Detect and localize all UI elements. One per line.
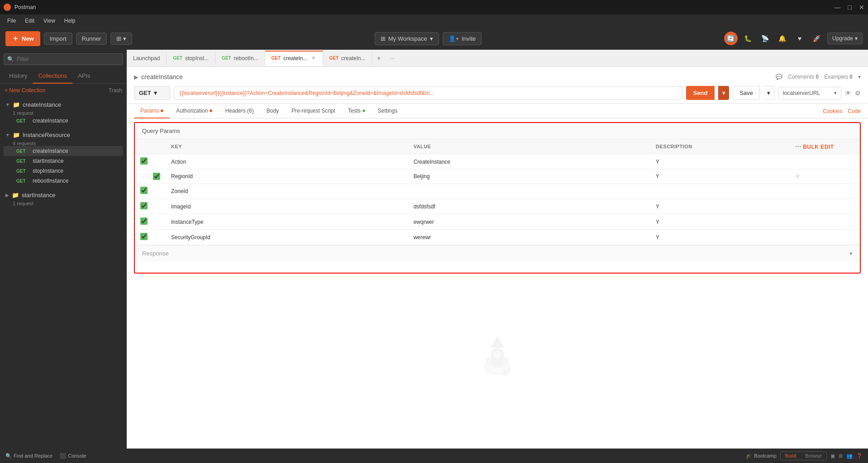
new-button[interactable]: ＋ New	[5, 31, 40, 46]
menu-view[interactable]: View	[40, 17, 59, 25]
bulk-edit-button[interactable]: Bulk Edit	[803, 144, 834, 150]
upgrade-button[interactable]: Upgrade ▾	[827, 33, 863, 44]
drag-handle-icon[interactable]: ⋮⋮	[140, 173, 151, 180]
env-select[interactable]: localserverURL ▾	[778, 87, 841, 99]
request-item-get-createinstance-1[interactable]: GET createInstance	[4, 116, 123, 126]
tab-more-button[interactable]: ···	[386, 51, 400, 65]
row-instancetype-checkbox[interactable]	[140, 217, 148, 225]
maximize-button[interactable]: □	[848, 4, 852, 11]
row-zoneid-checkbox[interactable]	[140, 187, 148, 194]
tab-createin-active[interactable]: GET createIn... ✕	[265, 51, 323, 66]
req-tab-headers[interactable]: Headers (6)	[219, 104, 260, 118]
workspace-button[interactable]: ⊞ My Workspace ▾	[375, 32, 439, 45]
close-button[interactable]: ✕	[859, 4, 864, 11]
req-tab-tests[interactable]: Tests	[342, 104, 372, 118]
row-regionid-checkbox[interactable]	[153, 173, 160, 180]
cookies-link[interactable]: Cookies	[823, 108, 842, 114]
people-icon[interactable]: 👥	[846, 453, 853, 459]
tab-createin-2[interactable]: GET createIn...	[323, 52, 372, 65]
row-securitygroupid-key-cell[interactable]: SecurityGroupId	[166, 230, 408, 245]
sync-icon[interactable]: 🔄	[724, 32, 738, 45]
env-eye-icon[interactable]: 👁	[845, 90, 851, 97]
row-securitygroupid-value-cell[interactable]: werewr	[408, 230, 650, 245]
code-link[interactable]: Code	[848, 108, 861, 114]
rocket-icon[interactable]: 🚀	[810, 32, 824, 45]
env-settings-icon[interactable]: ⚙	[855, 90, 861, 97]
tab-close-button[interactable]: ✕	[310, 55, 316, 61]
url-input[interactable]	[174, 86, 682, 100]
tab-stopinst[interactable]: GET stopInst...	[167, 52, 215, 65]
row-securitygroupid-desc-cell[interactable]: Y	[650, 230, 790, 245]
browse-tab[interactable]: Browse	[801, 452, 826, 460]
layout-icon-1[interactable]: ▣	[830, 453, 835, 459]
bell-icon[interactable]: 🔔	[776, 32, 789, 45]
req-tab-params[interactable]: Params	[134, 104, 170, 118]
row-instancetype-desc-cell[interactable]: Y	[650, 214, 790, 230]
collection-instanceresource-header[interactable]: ▼ 📁 InstanceResource	[4, 129, 123, 141]
method-select[interactable]: GET ▾	[134, 86, 170, 100]
bug-icon[interactable]: 🐛	[741, 32, 755, 45]
build-tab[interactable]: Build	[781, 452, 801, 460]
heart-icon[interactable]: ♥	[793, 32, 806, 45]
tab-add-button[interactable]: +	[372, 51, 385, 66]
layout-icon-2[interactable]: ⊞	[839, 453, 843, 459]
trash-button[interactable]: Trash	[109, 87, 122, 94]
console-item[interactable]: ⬛ Console	[60, 453, 86, 459]
help-icon[interactable]: ❓	[856, 453, 863, 459]
tab-rebootin[interactable]: GET rebootIn...	[215, 52, 265, 65]
save-button[interactable]: Save	[733, 86, 760, 100]
postman-logo	[4, 4, 11, 11]
flow-icon: ⊞	[116, 35, 121, 42]
row-zoneid-desc-cell[interactable]	[650, 184, 790, 199]
req-tab-prerequest[interactable]: Pre-request Script	[285, 104, 342, 118]
response-chevron-icon[interactable]: ▾	[849, 250, 853, 257]
req-tab-body[interactable]: Body	[260, 104, 285, 118]
send-dropdown-button[interactable]: ▾	[718, 86, 729, 100]
row-action-value-cell[interactable]: CreateInstance	[408, 154, 650, 170]
row-action-desc-cell[interactable]: Y	[650, 154, 790, 170]
row-securitygroupid-checkbox[interactable]	[140, 233, 148, 240]
row-instancetype-value-cell[interactable]: ewqrwer	[408, 214, 650, 230]
satellite-icon[interactable]: 📡	[758, 32, 772, 45]
menu-edit[interactable]: Edit	[21, 17, 38, 25]
menu-file[interactable]: File	[4, 17, 19, 25]
find-replace-item[interactable]: 🔍 Find and Replace	[5, 453, 52, 459]
import-button[interactable]: Import	[44, 33, 72, 45]
menu-help[interactable]: Help	[61, 17, 79, 25]
more-options-icon[interactable]: ···	[795, 143, 801, 150]
request-item-get-createinstance-2[interactable]: GET createInstance	[4, 146, 123, 156]
row-regionid-desc-cell[interactable]: Y	[650, 170, 790, 184]
sidebar-tab-apis[interactable]: APIs	[72, 69, 95, 84]
minimize-button[interactable]: —	[835, 4, 841, 11]
row-instancetype-key-cell[interactable]: InstanceType	[166, 214, 408, 230]
search-input[interactable]	[4, 53, 123, 65]
send-button[interactable]: Send	[686, 86, 715, 100]
tab-launchpad[interactable]: Launchpad	[127, 52, 167, 65]
row-zoneid-value-cell[interactable]	[408, 184, 650, 199]
request-item-get-stopinstance[interactable]: GET stopInstance	[4, 166, 123, 176]
sidebar-tab-history[interactable]: History	[4, 69, 33, 84]
invite-button[interactable]: 👤+ Invite	[443, 32, 482, 45]
row-regionid-key-cell[interactable]: RegionId	[166, 170, 408, 184]
row-imageid-value-cell[interactable]: dsfdsfsdf	[408, 199, 650, 214]
row-action-key-cell[interactable]: Action	[166, 154, 408, 170]
sidebar-tab-collections[interactable]: Collections	[33, 69, 72, 84]
row-action-checkbox[interactable]	[140, 157, 148, 165]
request-item-get-rebootinstance[interactable]: GET rebootInstance	[4, 176, 123, 186]
row-imageid-key-cell[interactable]: ImageId	[166, 199, 408, 214]
runner-button[interactable]: Runner	[76, 33, 107, 45]
row-imageid-desc-cell[interactable]: Y	[650, 199, 790, 214]
save-dropdown-button[interactable]: ▾	[763, 86, 774, 100]
req-tab-settings[interactable]: Settings	[372, 104, 404, 118]
row-regionid-delete-icon[interactable]: ✕	[795, 173, 801, 180]
row-regionid-value-cell[interactable]: Beijing	[408, 170, 650, 184]
bootcamp-item[interactable]: 🎓 Bootcamp	[746, 453, 777, 459]
flow-button[interactable]: ⊞ ▾	[110, 33, 132, 45]
collection-startinstance-header[interactable]: ▶ 📁 startInstance	[4, 189, 123, 201]
row-imageid-checkbox[interactable]	[140, 202, 148, 209]
row-zoneid-key-cell[interactable]: ZoneId	[166, 184, 408, 199]
req-tab-authorization[interactable]: Authorization	[170, 104, 219, 118]
collection-createinstance-header[interactable]: ▼ 📁 createInstance	[4, 99, 123, 110]
request-item-get-startinstance[interactable]: GET startInstance	[4, 156, 123, 166]
new-collection-button[interactable]: + New Collection	[5, 87, 45, 94]
